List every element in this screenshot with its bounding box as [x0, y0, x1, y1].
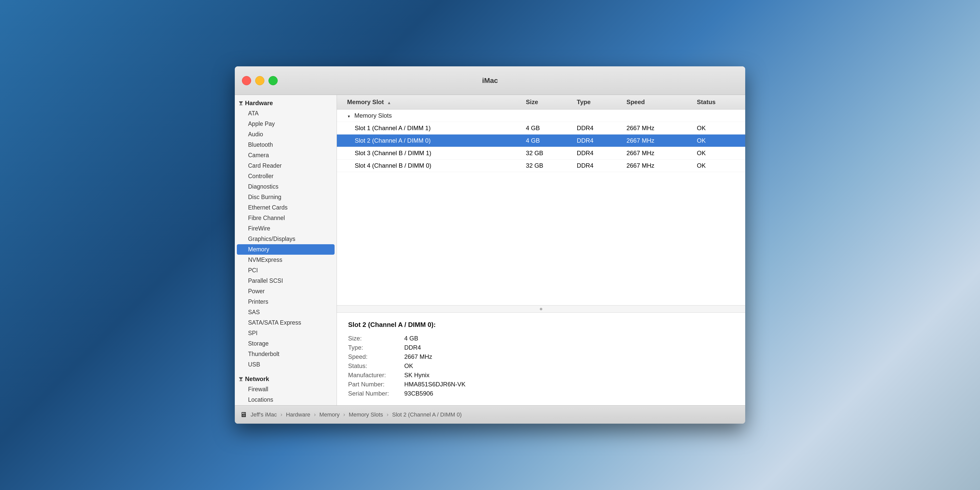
sidebar-item-card-reader[interactable]: Card Reader [235, 161, 337, 171]
sidebar-item-parallel-scsi[interactable]: Parallel SCSI [235, 275, 337, 286]
sidebar-item-sata-express[interactable]: SATA/SATA Express [235, 318, 337, 328]
sidebar-item-apple-pay[interactable]: Apple Pay [235, 119, 337, 129]
sidebar-item-usb[interactable]: USB [235, 360, 337, 370]
slot1-status: OK [692, 122, 745, 135]
maximize-button[interactable] [269, 76, 278, 85]
slot1-speed: 2667 MHz [621, 122, 692, 135]
sidebar-item-locations[interactable]: Locations [235, 395, 337, 405]
detail-value-serial-number: 93CB5906 [404, 390, 734, 397]
slot3-speed: 2667 MHz [621, 147, 692, 159]
sidebar-item-thunderbolt[interactable]: Thunderbolt [235, 349, 337, 360]
slot2-name: Slot 2 (Channel A / DIMM 0) [337, 135, 521, 147]
memory-table-area[interactable]: Memory Slot ▲ Size Type Speed [337, 95, 745, 305]
main-content: Hardware ATA Apple Pay Audio Bluetooth C… [235, 95, 745, 405]
sidebar-item-ata[interactable]: ATA [235, 108, 337, 119]
col-label-type: Type [577, 99, 590, 105]
slot2-status: OK [692, 135, 745, 147]
sidebar-item-pci[interactable]: PCI [235, 265, 337, 275]
breadcrumb-sep-2: › [314, 411, 316, 418]
sidebar-item-audio[interactable]: Audio [235, 129, 337, 140]
col-header-status[interactable]: Status [692, 95, 745, 110]
breadcrumb-sep-3: › [343, 411, 345, 418]
traffic-lights [242, 76, 278, 85]
col-header-type[interactable]: Type [572, 95, 621, 110]
sidebar-item-firewire[interactable]: FireWire [235, 223, 337, 234]
sidebar-hardware-label: Hardware [245, 100, 273, 107]
sidebar-network-header[interactable]: Network [235, 374, 337, 384]
slot4-status: OK [692, 159, 745, 172]
sidebar-item-disc-burning[interactable]: Disc Burning [235, 192, 337, 202]
group-row-memory-slots[interactable]: ▼ Memory Slots [337, 110, 745, 122]
sidebar-item-bluetooth[interactable]: Bluetooth [235, 140, 337, 150]
table-row[interactable]: Slot 1 (Channel A / DIMM 1) 4 GB DDR4 26… [337, 122, 745, 135]
close-button[interactable] [242, 76, 251, 85]
sidebar-item-sas[interactable]: SAS [235, 307, 337, 318]
detail-value-status: OK [404, 363, 734, 369]
scroll-indicator [337, 305, 745, 313]
detail-value-size: 4 GB [404, 335, 734, 342]
detail-label-type: Type: [348, 344, 404, 351]
sidebar-item-graphics-displays[interactable]: Graphics/Displays [235, 234, 337, 244]
group-label: Memory Slots [355, 112, 392, 119]
sidebar-item-firewall[interactable]: Firewall [235, 384, 337, 395]
breadcrumb-part-1: Jeff's iMac [251, 411, 277, 418]
sidebar-item-spi[interactable]: SPI [235, 328, 337, 339]
breadcrumb-sep-4: › [387, 411, 388, 418]
detail-label-manufacturer: Manufacturer: [348, 372, 404, 379]
slot2-speed: 2667 MHz [621, 135, 692, 147]
sidebar-hardware-header[interactable]: Hardware [235, 98, 337, 108]
sidebar-item-ethernet-cards[interactable]: Ethernet Cards [235, 202, 337, 213]
network-triangle-icon [239, 377, 243, 381]
table-row[interactable]: Slot 2 (Channel A / DIMM 0) 4 GB DDR4 26… [337, 135, 745, 147]
slot4-speed: 2667 MHz [621, 159, 692, 172]
slot4-name: Slot 4 (Channel B / DIMM 0) [337, 159, 521, 172]
sidebar-item-nvmeexpress[interactable]: NVMExpress [235, 255, 337, 265]
computer-icon: 🖥 [240, 410, 247, 419]
col-label-status: Status [697, 99, 716, 105]
table-row[interactable]: Slot 3 (Channel B / DIMM 1) 32 GB DDR4 2… [337, 147, 745, 159]
slot2-type: DDR4 [572, 135, 621, 147]
sidebar-item-storage[interactable]: Storage [235, 339, 337, 349]
sort-arrow-icon: ▲ [387, 100, 391, 105]
slot1-type: DDR4 [572, 122, 621, 135]
hardware-triangle-icon [239, 101, 243, 105]
group-triangle-icon: ▼ [347, 115, 351, 118]
detail-label-status: Status: [348, 363, 404, 369]
table-row[interactable]: Slot 4 (Channel B / DIMM 0) 32 GB DDR4 2… [337, 159, 745, 172]
window-title: iMac [482, 76, 498, 85]
sidebar-item-controller[interactable]: Controller [235, 171, 337, 181]
slot1-size: 4 GB [521, 122, 572, 135]
col-header-size[interactable]: Size [521, 95, 572, 110]
breadcrumb-part-3: Memory [319, 411, 339, 418]
status-bar: 🖥 Jeff's iMac › Hardware › Memory › Memo… [235, 405, 745, 424]
breadcrumb: Jeff's iMac › Hardware › Memory › Memory… [251, 411, 462, 418]
col-label-memory-slot: Memory Slot [347, 99, 384, 105]
breadcrumb-sep-1: › [280, 411, 282, 418]
sidebar-item-fibre-channel[interactable]: Fibre Channel [235, 213, 337, 223]
detail-value-manufacturer: SK Hynix [404, 372, 734, 379]
slot3-type: DDR4 [572, 147, 621, 159]
breadcrumb-part-4: Memory Slots [348, 411, 383, 418]
slot3-status: OK [692, 147, 745, 159]
sidebar-item-power[interactable]: Power [235, 286, 337, 297]
sidebar-item-diagnostics[interactable]: Diagnostics [235, 181, 337, 192]
detail-label-part-number: Part Number: [348, 381, 404, 388]
detail-title: Slot 2 (Channel A / DIMM 0): [348, 321, 734, 329]
col-label-speed: Speed [627, 99, 645, 105]
slot2-size: 4 GB [521, 135, 572, 147]
detail-value-speed: 2667 MHz [404, 353, 734, 360]
col-header-memory-slot[interactable]: Memory Slot ▲ [337, 95, 521, 110]
col-header-speed[interactable]: Speed [621, 95, 692, 110]
sidebar-item-memory[interactable]: Memory [237, 244, 334, 255]
main-window: iMac Hardware ATA Apple Pay Audio Blueto… [235, 66, 745, 424]
detail-grid: Size: 4 GB Type: DDR4 Speed: 2667 MHz St… [348, 335, 734, 397]
detail-label-serial-number: Serial Number: [348, 390, 404, 397]
detail-value-part-number: HMA851S6DJR6N-VK [404, 381, 734, 388]
sidebar-item-camera[interactable]: Camera [235, 150, 337, 161]
breadcrumb-part-5: Slot 2 (Channel A / DIMM 0) [392, 411, 462, 418]
sidebar[interactable]: Hardware ATA Apple Pay Audio Bluetooth C… [235, 95, 337, 405]
detail-label-size: Size: [348, 335, 404, 342]
minimize-button[interactable] [255, 76, 264, 85]
sidebar-item-printers[interactable]: Printers [235, 297, 337, 307]
col-label-size: Size [526, 99, 538, 105]
